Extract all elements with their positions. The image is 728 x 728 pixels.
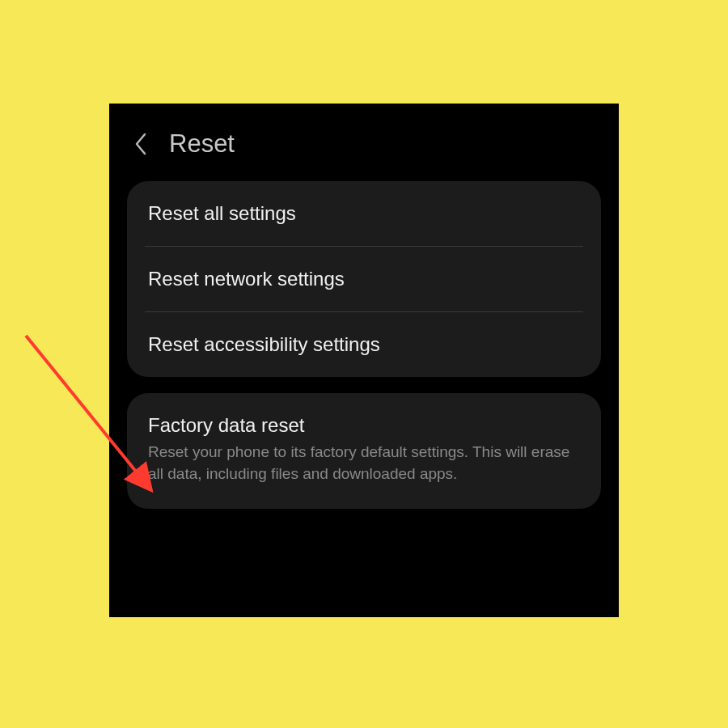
card-gap — [109, 377, 619, 393]
settings-item-label: Reset network settings — [148, 268, 580, 290]
settings-item-label: Reset all settings — [148, 202, 580, 225]
settings-card-basic: Reset all settings Reset network setting… — [127, 181, 601, 377]
settings-item-title: Factory data reset — [148, 414, 580, 437]
reset-accessibility-settings-item[interactable]: Reset accessibility settings — [127, 312, 601, 377]
page-header: Reset — [109, 104, 619, 181]
settings-item-description: Reset your phone to its factory default … — [148, 442, 580, 485]
back-icon[interactable] — [129, 132, 153, 156]
settings-item-label: Reset accessibility settings — [148, 333, 580, 356]
factory-data-reset-item[interactable]: Factory data reset Reset your phone to i… — [127, 393, 601, 509]
reset-all-settings-item[interactable]: Reset all settings — [127, 181, 601, 246]
reset-network-settings-item[interactable]: Reset network settings — [127, 247, 601, 311]
page-title: Reset — [169, 129, 235, 159]
settings-card-factory: Factory data reset Reset your phone to i… — [127, 393, 601, 509]
device-screen: Reset Reset all settings Reset network s… — [109, 104, 619, 617]
